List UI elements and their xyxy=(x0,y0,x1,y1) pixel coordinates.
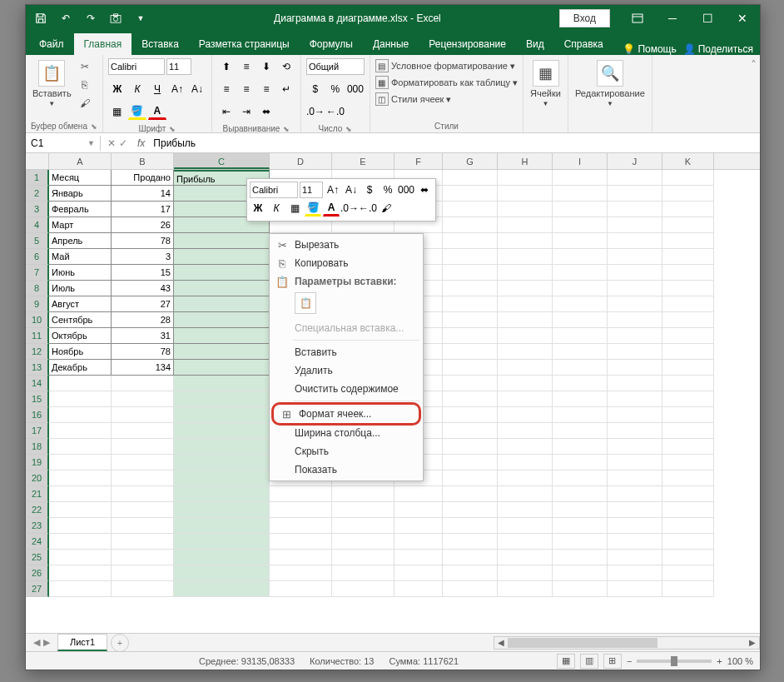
decrease-indent-icon[interactable]: ⇤ xyxy=(217,103,236,120)
cell[interactable] xyxy=(49,486,112,502)
cell[interactable] xyxy=(174,518,270,534)
cell[interactable] xyxy=(553,565,608,581)
cell[interactable] xyxy=(394,534,443,550)
cell[interactable]: Апрель xyxy=(49,233,112,249)
row-header[interactable]: 17 xyxy=(26,423,49,439)
number-format-select[interactable] xyxy=(306,58,365,75)
cell[interactable] xyxy=(608,202,662,217)
formula-input[interactable]: Прибыль xyxy=(148,136,760,151)
cell[interactable]: Январь xyxy=(49,186,112,202)
row-header[interactable]: 22 xyxy=(26,502,49,518)
cell[interactable] xyxy=(174,581,270,597)
cell[interactable] xyxy=(443,265,498,281)
cell[interactable] xyxy=(394,565,443,581)
cell[interactable]: 28 xyxy=(112,312,174,328)
row-header[interactable]: 4 xyxy=(26,217,49,233)
cell[interactable] xyxy=(608,439,662,455)
cell[interactable] xyxy=(112,455,174,470)
tab-help[interactable]: Справка xyxy=(554,33,613,55)
font-expand-icon[interactable]: ⬊ xyxy=(169,125,176,133)
cell[interactable] xyxy=(608,534,662,550)
cell[interactable] xyxy=(49,376,112,391)
horizontal-scrollbar[interactable]: ◀ ▶ xyxy=(494,636,760,650)
row-header[interactable]: 24 xyxy=(26,534,49,550)
conditional-formatting-button[interactable]: ▤Условное форматирование ▾ xyxy=(375,58,515,73)
cell[interactable]: Ноябрь xyxy=(49,344,112,360)
cell[interactable] xyxy=(394,581,443,597)
cell[interactable] xyxy=(662,518,714,534)
camera-icon[interactable] xyxy=(106,8,126,28)
cell[interactable] xyxy=(498,202,553,217)
cell[interactable] xyxy=(443,534,498,550)
cell[interactable] xyxy=(553,518,608,534)
cell[interactable] xyxy=(443,296,498,312)
row-header[interactable]: 25 xyxy=(26,550,49,565)
cell[interactable] xyxy=(553,423,608,439)
row-header[interactable]: 15 xyxy=(26,391,49,407)
cell[interactable] xyxy=(553,550,608,565)
cell[interactable] xyxy=(662,391,714,407)
row-header[interactable]: 3 xyxy=(26,202,49,217)
share-button[interactable]: 👤 Поделиться xyxy=(683,43,753,55)
borders-button[interactable]: ▦ xyxy=(108,103,127,120)
cell[interactable] xyxy=(174,391,270,407)
row-header[interactable]: 14 xyxy=(26,376,49,391)
cell[interactable] xyxy=(498,470,553,486)
row-header[interactable]: 1 xyxy=(26,170,49,186)
cell[interactable] xyxy=(553,186,608,202)
menu-delete[interactable]: Удалить xyxy=(270,361,423,380)
cell[interactable] xyxy=(662,407,714,423)
row-header[interactable]: 9 xyxy=(26,296,49,312)
cell[interactable] xyxy=(662,249,714,265)
cell[interactable] xyxy=(608,312,662,328)
cell[interactable] xyxy=(608,391,662,407)
cell[interactable]: Сентябрь xyxy=(49,312,112,328)
row-header[interactable]: 13 xyxy=(26,360,49,376)
cell[interactable] xyxy=(553,312,608,328)
cell[interactable] xyxy=(662,565,714,581)
cell[interactable]: 78 xyxy=(112,344,174,360)
cell[interactable] xyxy=(443,376,498,391)
cell[interactable] xyxy=(270,486,332,502)
cell[interactable]: Декабрь xyxy=(49,360,112,376)
comma-icon[interactable]: 000 xyxy=(346,81,365,97)
cell[interactable] xyxy=(112,565,174,581)
cell[interactable] xyxy=(498,407,553,423)
row-header[interactable]: 23 xyxy=(26,518,49,534)
mini-comma-icon[interactable]: 000 xyxy=(398,182,414,198)
column-header-A[interactable]: A xyxy=(49,153,112,169)
cell[interactable] xyxy=(498,281,553,296)
tab-file[interactable]: Файл xyxy=(29,33,74,55)
merge-cells-icon[interactable]: ⬌ xyxy=(257,103,275,120)
cell[interactable] xyxy=(498,423,553,439)
cell[interactable] xyxy=(49,502,112,518)
cell[interactable] xyxy=(553,391,608,407)
cell[interactable] xyxy=(498,344,553,360)
view-page-layout-icon[interactable]: ▥ xyxy=(580,654,598,669)
cell[interactable] xyxy=(174,376,270,391)
cell[interactable] xyxy=(553,233,608,249)
cell[interactable] xyxy=(553,407,608,423)
cell[interactable] xyxy=(443,565,498,581)
mini-fill-color-button[interactable]: 🪣 xyxy=(305,200,321,217)
cell[interactable] xyxy=(608,502,662,518)
cell[interactable] xyxy=(112,407,174,423)
column-header-G[interactable]: G xyxy=(443,153,498,169)
align-right-icon[interactable]: ≡ xyxy=(257,81,275,97)
cell[interactable] xyxy=(553,486,608,502)
cell[interactable] xyxy=(270,534,332,550)
cell[interactable] xyxy=(270,581,332,597)
cell[interactable] xyxy=(608,518,662,534)
cell[interactable] xyxy=(174,233,270,249)
cell[interactable] xyxy=(443,407,498,423)
cell[interactable] xyxy=(553,281,608,296)
qat-dropdown-icon[interactable]: ▼ xyxy=(131,8,151,28)
cell[interactable]: 31 xyxy=(112,328,174,344)
cell[interactable] xyxy=(553,328,608,344)
cell[interactable] xyxy=(394,550,443,565)
cell[interactable] xyxy=(662,550,714,565)
cell[interactable] xyxy=(498,486,553,502)
percent-icon[interactable]: % xyxy=(326,81,345,97)
mini-increase-font-icon[interactable]: A↑ xyxy=(325,182,341,198)
cell[interactable] xyxy=(112,518,174,534)
